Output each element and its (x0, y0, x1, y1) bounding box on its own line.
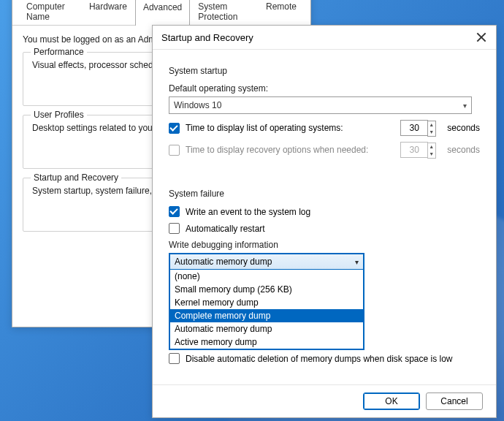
spin-down-icon: ▼ (427, 129, 435, 136)
disable-auto-delete-row: Disable automatic deletion of memory dum… (169, 353, 480, 364)
dialog-title: Startup and Recovery (161, 32, 253, 43)
debug-option-active[interactable]: Active memory dump (170, 335, 363, 349)
auto-restart-row: Automatically restart (169, 223, 480, 234)
system-startup-heading: System startup (169, 66, 480, 76)
time-list-spinner[interactable]: 30 ▲▼ (400, 120, 428, 136)
write-event-label: Write an event to the system log (186, 207, 480, 217)
auto-restart-label: Automatically restart (186, 224, 480, 234)
default-os-select[interactable]: Windows 10 ▾ (169, 96, 472, 114)
time-list-row: Time to display list of operating system… (169, 120, 480, 136)
chevron-down-icon: ▾ (463, 102, 467, 110)
tab-computer-name[interactable]: Computer Name (18, 0, 81, 25)
tab-hardware[interactable]: Hardware (81, 0, 135, 25)
time-recovery-label: Time to display recovery options when ne… (186, 145, 394, 155)
system-failure-heading: System failure (169, 189, 480, 199)
cancel-button[interactable]: Cancel (426, 392, 483, 410)
spin-up-icon: ▲ (427, 121, 435, 129)
time-recovery-unit: seconds (447, 145, 480, 155)
time-list-unit: seconds (447, 123, 480, 133)
default-os-value: Windows 10 (174, 100, 221, 110)
startup-title: Startup and Recovery (31, 172, 121, 183)
debug-option-small[interactable]: Small memory dump (256 KB) (170, 283, 363, 296)
debug-info-label: Write debugging information (169, 240, 480, 250)
debug-option-none[interactable]: (none) (170, 270, 363, 283)
tab-advanced[interactable]: Advanced (135, 0, 190, 26)
debug-option-automatic[interactable]: Automatic memory dump (170, 322, 363, 335)
tab-remote[interactable]: Remote (258, 0, 305, 25)
disable-auto-delete-label: Disable automatic deletion of memory dum… (186, 354, 480, 364)
tab-system-protection[interactable]: System Protection (190, 0, 258, 25)
time-recovery-checkbox[interactable] (169, 145, 180, 156)
titlebar: Startup and Recovery (153, 26, 496, 50)
dialog-footer: OK Cancel (153, 384, 496, 417)
write-event-row: Write an event to the system log (169, 206, 480, 217)
debug-option-kernel[interactable]: Kernel memory dump (170, 296, 363, 309)
close-icon[interactable] (476, 31, 487, 43)
debug-info-selected[interactable]: Automatic memory dump ▾ (170, 254, 363, 270)
time-list-checkbox[interactable] (169, 123, 180, 134)
debug-option-complete[interactable]: Complete memory dump (170, 309, 363, 322)
default-os-label: Default operating system: (169, 83, 480, 94)
time-recovery-row: Time to display recovery options when ne… (169, 142, 480, 158)
debug-info-combobox[interactable]: Automatic memory dump ▾ (none) Small mem… (169, 253, 364, 350)
disable-auto-delete-checkbox[interactable] (169, 353, 180, 364)
write-event-checkbox[interactable] (169, 206, 180, 217)
startup-recovery-dialog: Startup and Recovery System startup Defa… (152, 25, 497, 418)
chevron-down-icon: ▾ (355, 258, 359, 266)
user-profiles-title: User Profiles (31, 110, 87, 120)
performance-title: Performance (31, 47, 87, 57)
time-list-label: Time to display list of operating system… (186, 123, 394, 133)
ok-button[interactable]: OK (363, 392, 420, 410)
tab-strip: Computer Name Hardware Advanced System P… (12, 0, 310, 26)
time-recovery-spinner: 30 ▲▼ (400, 142, 428, 158)
auto-restart-checkbox[interactable] (169, 223, 180, 234)
